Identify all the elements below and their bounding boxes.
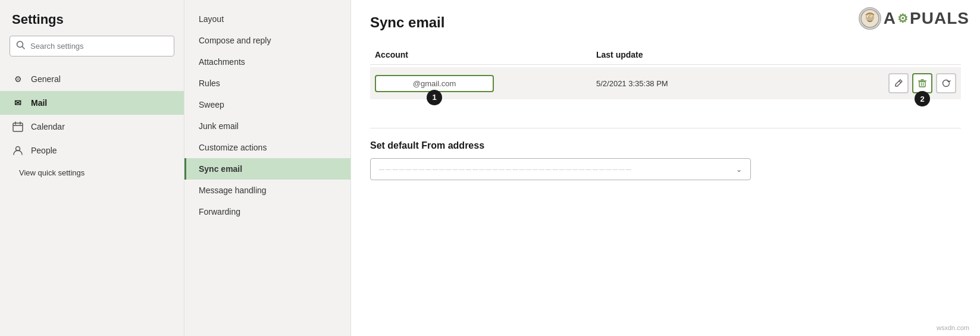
sidebar-item-people-label: People [31, 146, 57, 155]
col-account-header: Account [370, 50, 596, 59]
sidebar-item-mail-label: Mail [31, 98, 47, 108]
svg-point-17 [868, 17, 869, 18]
row-actions: 2 [888, 73, 961, 93]
sidebar-item-calendar[interactable]: Calendar [0, 115, 184, 139]
sidebar-item-mail[interactable]: ✉ Mail [0, 91, 184, 115]
svg-rect-8 [919, 81, 925, 87]
menu-item-junk-email[interactable]: Junk email [184, 115, 350, 137]
menu-item-message-handling[interactable]: Message handling [184, 180, 350, 201]
appuals-logo-face [859, 7, 881, 30]
section-divider [370, 128, 961, 128]
last-update-cell: 5/2/2021 3:35:38 PM [596, 79, 888, 88]
svg-line-1 [23, 47, 25, 49]
default-from-dropdown[interactable]: ────────────────────────────────────── ⌄ [370, 158, 751, 180]
sidebar: Settings ⚙ General ✉ Mail Calendar [0, 0, 184, 336]
delete-button[interactable]: 2 [912, 73, 932, 93]
search-icon [16, 40, 26, 52]
annotation-bubble-2: 2 [915, 91, 930, 106]
middle-menu: Layout Compose and reply Attachments Rul… [184, 0, 351, 336]
account-badge: @gmail.com 1 [375, 75, 494, 92]
people-icon [12, 145, 24, 156]
sidebar-item-general[interactable]: ⚙ General [0, 67, 184, 91]
refresh-button[interactable] [936, 73, 956, 93]
menu-item-forwarding[interactable]: Forwarding [184, 201, 350, 222]
menu-item-compose-reply[interactable]: Compose and reply [184, 30, 350, 51]
dropdown-value: ────────────────────────────────────── [379, 165, 736, 174]
menu-item-sync-email[interactable]: Sync email [184, 158, 350, 180]
appuals-watermark: A ⚙ PUALS [859, 7, 969, 30]
chevron-down-icon: ⌄ [736, 165, 742, 174]
menu-item-customize-actions[interactable]: Customize actions [184, 137, 350, 158]
mail-icon: ✉ [12, 97, 24, 109]
main-content: Sync email Account Last update @gmail.co… [351, 0, 980, 336]
search-input[interactable] [30, 42, 168, 51]
calendar-icon [12, 121, 24, 133]
gear-icon: ⚙ [12, 73, 24, 85]
menu-item-attachments[interactable]: Attachments [184, 51, 350, 73]
default-from-label: Set default From address [370, 140, 961, 151]
annotation-bubble-1: 1 [427, 90, 442, 105]
svg-rect-2 [13, 123, 23, 131]
edit-button[interactable] [888, 73, 909, 93]
svg-point-18 [871, 17, 872, 18]
account-email: @gmail.com [413, 79, 456, 88]
sidebar-title: Settings [0, 12, 184, 36]
search-box[interactable] [10, 36, 174, 56]
sidebar-item-calendar-label: Calendar [31, 122, 65, 131]
account-cell: @gmail.com 1 [370, 75, 596, 92]
table-row: @gmail.com 1 5/2/2021 3:35:38 PM [370, 67, 961, 99]
menu-item-sweep[interactable]: Sweep [184, 94, 350, 115]
table-header: Account Last update [370, 45, 961, 65]
menu-item-layout[interactable]: Layout [184, 8, 350, 30]
svg-line-7 [899, 81, 901, 83]
sidebar-item-people[interactable]: People [0, 139, 184, 162]
menu-item-rules[interactable]: Rules [184, 73, 350, 94]
wsxdn-watermark: wsxdn.com [937, 324, 969, 331]
sidebar-item-general-label: General [31, 74, 61, 84]
view-quick-settings[interactable]: View quick settings [7, 162, 184, 183]
col-last-update-header: Last update [596, 50, 961, 59]
